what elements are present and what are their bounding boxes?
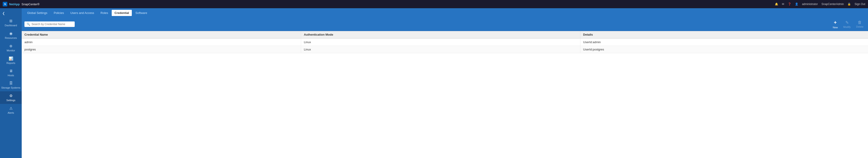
modify-button[interactable]: ✎ Modify bbox=[841, 19, 852, 29]
sidebar-label-monitor: Monitor bbox=[7, 49, 15, 52]
product-name: SnapCenter® bbox=[22, 2, 39, 6]
alerts-icon: ⚠ bbox=[9, 106, 12, 110]
sidebar-label-hosts: Hosts bbox=[7, 74, 14, 77]
sidebar-label-resources: Resources bbox=[5, 36, 17, 39]
search-input-wrap: 🔍 bbox=[25, 22, 75, 27]
top-header-right: 🔔 ✉ ❓ 👤 administrator SnapCenterAdmin 🔒 … bbox=[775, 2, 865, 6]
table-header-row: Credential Name Authentication Mode Deta… bbox=[22, 31, 868, 38]
cell-auth-mode: Linux bbox=[301, 46, 581, 53]
admin-name[interactable]: SnapCenterAdmin bbox=[822, 2, 844, 6]
table-body: admin Linux UserId:admin postgres Linux … bbox=[22, 38, 868, 53]
settings-icon: ⚙ bbox=[9, 94, 12, 98]
table-row[interactable]: postgres Linux UserId:postgres bbox=[22, 46, 868, 53]
tab-users-and-access[interactable]: Users and Access bbox=[68, 10, 97, 16]
cell-details: UserId:postgres bbox=[580, 46, 868, 53]
cell-auth-mode: Linux bbox=[301, 38, 581, 46]
new-icon: + bbox=[834, 20, 837, 26]
tab-credential[interactable]: Credential bbox=[112, 10, 132, 16]
dashboard-icon: ⊞ bbox=[9, 19, 12, 23]
user-label: 👤 bbox=[795, 2, 798, 6]
top-header: N NetApp SnapCenter® 🔔 ✉ ❓ 👤 administrat… bbox=[0, 0, 868, 8]
hosts-icon: 🖥 bbox=[9, 69, 13, 73]
sidebar-collapse-button[interactable]: ❮ bbox=[0, 10, 22, 17]
new-label: New bbox=[833, 26, 838, 29]
delete-label: Delete bbox=[856, 25, 863, 28]
sub-nav: Global Settings Policies Users and Acces… bbox=[22, 8, 868, 18]
help-icon[interactable]: ❓ bbox=[788, 2, 791, 6]
reports-icon: 📊 bbox=[9, 56, 13, 61]
search-input[interactable] bbox=[32, 23, 72, 26]
top-header-left: N NetApp SnapCenter® bbox=[3, 2, 39, 6]
storage-systems-icon: 🗄 bbox=[9, 81, 13, 85]
search-icon: 🔍 bbox=[27, 23, 30, 26]
sidebar-label-dashboard: Dashboard bbox=[5, 24, 17, 27]
toolbar: 🔍 + New ✎ Modify 🗑 Delete bbox=[22, 18, 868, 31]
netapp-logo-icon: N bbox=[3, 2, 7, 6]
tab-global-settings[interactable]: Global Settings bbox=[25, 10, 50, 16]
delete-icon: 🗑 bbox=[858, 20, 862, 25]
col-authentication-mode: Authentication Mode bbox=[301, 31, 581, 38]
resources-icon: ◉ bbox=[9, 31, 12, 36]
table-row[interactable]: admin Linux UserId:admin bbox=[22, 38, 868, 46]
tab-software[interactable]: Software bbox=[133, 10, 150, 16]
sidebar-item-dashboard[interactable]: ⊞ Dashboard bbox=[0, 17, 22, 29]
col-details: Details bbox=[580, 31, 868, 38]
app-layout: ❮ ⊞ Dashboard ◉ Resources ⊕ Monitor 📊 Re… bbox=[0, 8, 868, 158]
new-button[interactable]: + New bbox=[831, 19, 840, 30]
delete-button[interactable]: 🗑 Delete bbox=[854, 19, 865, 29]
modify-label: Modify bbox=[843, 26, 850, 28]
sidebar-label-storage-systems: Storage Systems bbox=[1, 86, 21, 89]
sidebar-item-reports[interactable]: 📊 Reports bbox=[0, 54, 22, 67]
sidebar-label-alerts: Alerts bbox=[7, 112, 14, 114]
table-area: Credential Name Authentication Mode Deta… bbox=[22, 31, 868, 158]
cell-credential-name: admin bbox=[22, 38, 301, 46]
sidebar-label-settings: Settings bbox=[6, 99, 16, 102]
sidebar-item-storage-systems[interactable]: 🗄 Storage Systems bbox=[0, 79, 22, 91]
mail-icon[interactable]: ✉ bbox=[782, 2, 784, 6]
username[interactable]: administrator bbox=[802, 2, 818, 6]
sidebar-item-monitor[interactable]: ⊕ Monitor bbox=[0, 41, 22, 54]
main-content: Global Settings Policies Users and Acces… bbox=[22, 8, 868, 158]
sidebar-item-settings[interactable]: ⚙ Settings bbox=[0, 91, 22, 104]
sidebar-item-hosts[interactable]: 🖥 Hosts bbox=[0, 67, 22, 79]
bell-icon[interactable]: 🔔 bbox=[775, 2, 778, 6]
modify-icon: ✎ bbox=[845, 20, 849, 25]
col-credential-name: Credential Name bbox=[22, 31, 301, 38]
cell-credential-name: postgres bbox=[22, 46, 301, 53]
sidebar: ❮ ⊞ Dashboard ◉ Resources ⊕ Monitor 📊 Re… bbox=[0, 8, 22, 158]
signout-button[interactable]: Sign Out bbox=[855, 2, 865, 6]
tab-policies[interactable]: Policies bbox=[51, 10, 67, 16]
monitor-icon: ⊕ bbox=[9, 44, 12, 48]
signout-icon: 🔒 bbox=[847, 2, 851, 6]
tab-roles[interactable]: Roles bbox=[98, 10, 111, 16]
sidebar-label-reports: Reports bbox=[6, 62, 15, 64]
credentials-table: Credential Name Authentication Mode Deta… bbox=[22, 31, 868, 53]
cell-details: UserId:admin bbox=[580, 38, 868, 46]
sidebar-item-alerts[interactable]: ⚠ Alerts bbox=[0, 104, 22, 117]
app-name: NetApp bbox=[9, 2, 20, 6]
sidebar-item-resources[interactable]: ◉ Resources bbox=[0, 29, 22, 41]
